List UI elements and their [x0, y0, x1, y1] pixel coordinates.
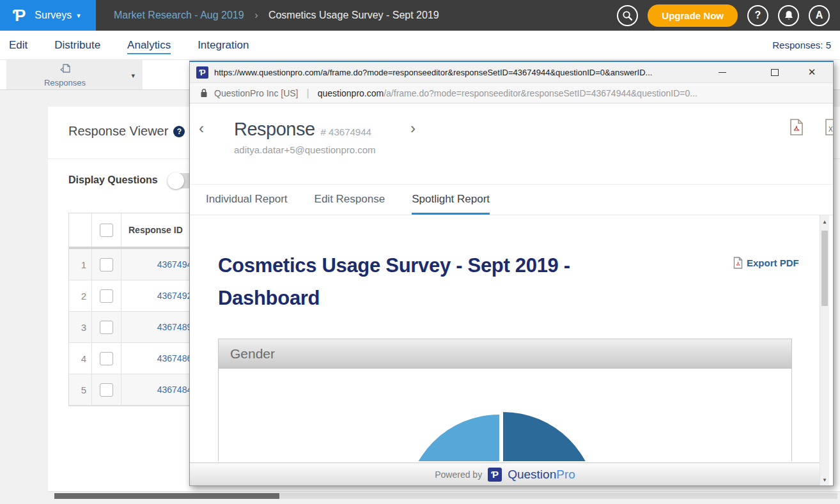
help-button[interactable]: ?: [747, 5, 768, 26]
question-icon: ?: [755, 10, 761, 21]
scroll-down-icon[interactable]: ▼: [820, 475, 829, 485]
svg-text:X: X: [828, 126, 833, 133]
upgrade-now-button[interactable]: Upgrade Now: [648, 4, 738, 27]
tab-spotlight-report[interactable]: Spotlight Report: [412, 185, 490, 215]
certificate-org: QuestionPro Inc [US]: [214, 88, 299, 98]
search-icon: [622, 10, 633, 21]
row-checkbox[interactable]: [100, 321, 113, 334]
responses-count: Responses: 5: [772, 40, 831, 50]
download-doc-icon[interactable]: X: [825, 119, 834, 136]
table-row[interactable]: 4 43674861: [69, 343, 203, 374]
screen: Ƥ Surveys ▾ Market Research - Aug 2019 ›…: [0, 0, 840, 504]
close-icon: ✕: [808, 66, 816, 78]
spotlight-report-content: Cosmetics Usage Survey - Sept 2019 - Das…: [190, 215, 833, 461]
popup-vertical-scrollbar[interactable]: ▲ ▼: [820, 215, 829, 486]
chevron-down-icon: ▾: [77, 11, 81, 20]
popup-tabs: Individual Report Edit Response Spotligh…: [190, 185, 833, 215]
row-checkbox[interactable]: [100, 289, 113, 303]
notifications-button[interactable]: [778, 5, 799, 26]
table-row[interactable]: 5 43674842: [69, 374, 203, 406]
responses-tab-label: Responses: [44, 78, 86, 88]
response-header: ‹ Response # 43674944 › aditya.datar+5@q…: [190, 103, 833, 185]
chevron-down-icon[interactable]: ▾: [131, 72, 135, 80]
export-pdf-icon: [733, 257, 743, 269]
search-button[interactable]: [617, 5, 638, 26]
scroll-up-icon[interactable]: ▲: [820, 217, 829, 227]
tab-edit-response[interactable]: Edit Response: [315, 185, 385, 215]
previous-response-button[interactable]: ‹: [199, 121, 204, 136]
select-all-checkbox[interactable]: [100, 224, 113, 237]
breadcrumb-parent[interactable]: Market Research - Aug 2019: [114, 10, 244, 20]
table-row[interactable]: 2 43674923: [69, 280, 203, 312]
popup-address-bar[interactable]: QuestionPro Inc [US] | questionpro.com/a…: [190, 82, 833, 103]
gender-section-title: Gender: [219, 339, 791, 369]
minimize-button[interactable]: [713, 62, 732, 82]
maximize-icon: [771, 69, 779, 76]
response-id-header[interactable]: Response ID: [128, 225, 183, 235]
viewer-help-icon[interactable]: ?: [173, 126, 185, 137]
responses-doc-icon: [58, 63, 72, 77]
pie-slice-left[interactable]: [406, 415, 499, 461]
favicon-icon: Ƥ: [196, 66, 208, 79]
pie-slice-right[interactable]: [503, 412, 596, 461]
surveys-menu[interactable]: Ƥ Surveys ▾: [0, 0, 96, 31]
brand-pro: Pro: [556, 468, 575, 481]
row-checkbox[interactable]: [100, 258, 113, 271]
table-row[interactable]: 3 43674894: [69, 312, 203, 343]
topbar-actions: Upgrade Now ? A: [617, 4, 840, 27]
questionpro-logo-icon: Ƥ: [488, 468, 502, 482]
minimize-icon: [719, 72, 726, 73]
address-path: /a/frame.do?mode=responseeditor&response…: [384, 88, 697, 98]
display-questions-label: Display Questions: [68, 174, 158, 186]
gender-pie-chart: [219, 369, 791, 461]
response-title: Response: [234, 119, 315, 140]
respondent-email: aditya.datar+5@questionpro.com: [234, 144, 376, 155]
survey-nav: Edit Distribute Analytics Integration Re…: [0, 31, 840, 60]
avatar[interactable]: A: [809, 5, 830, 26]
tab-edit[interactable]: Edit: [9, 39, 27, 52]
responses-tool-tab[interactable]: Responses ▾: [6, 60, 143, 89]
close-button[interactable]: ✕: [802, 62, 821, 82]
tab-integration[interactable]: Integration: [198, 39, 249, 52]
tab-distribute[interactable]: Distribute: [54, 39, 100, 52]
maximize-button[interactable]: [765, 62, 784, 82]
table-header-row: Response ID ⇅: [69, 213, 203, 249]
row-index: 1: [69, 249, 92, 280]
popup-title-bar[interactable]: Ƥ https://www.questionpro.com/a/frame.do…: [190, 62, 833, 82]
table-row[interactable]: 1 43674944: [69, 249, 203, 280]
dashboard-title: Cosmetics Usage Survey - Sept 2019 - Das…: [218, 249, 637, 314]
responses-table: Response ID ⇅ 1 43674944 2 43674923 3 43…: [68, 213, 204, 406]
row-checkbox[interactable]: [100, 352, 113, 365]
toggle-knob: [167, 172, 184, 189]
next-response-button[interactable]: ›: [410, 121, 416, 136]
horizontal-scrollbar[interactable]: [54, 493, 837, 499]
tab-individual-report[interactable]: Individual Report: [206, 185, 288, 215]
powered-by-footer: Powered by Ƥ QuestionPro: [190, 462, 820, 485]
popup-url: https://www.questionpro.com/a/frame.do?m…: [214, 68, 706, 77]
export-pdf-button[interactable]: Export PDF: [733, 257, 799, 269]
bell-icon: [784, 10, 794, 21]
row-index: 2: [69, 280, 92, 311]
gender-chart-panel: Gender: [218, 339, 792, 461]
address-separator: |: [307, 88, 309, 99]
breadcrumb-current: Cosmetics Usage Survey - Sept 2019: [268, 10, 439, 20]
download-pdf-icon[interactable]: [789, 119, 804, 136]
address-domain: questionpro.com: [318, 88, 384, 98]
questionpro-logo-icon: Ƥ: [13, 7, 26, 24]
response-editor-popup-window: Ƥ https://www.questionpro.com/a/frame.do…: [189, 61, 834, 486]
breadcrumb-separator-icon: ›: [254, 10, 258, 20]
top-bar: Ƥ Surveys ▾ Market Research - Aug 2019 ›…: [0, 0, 840, 31]
response-number: # 43674944: [321, 126, 371, 137]
brand-question: Question: [508, 468, 556, 481]
page-title: Response Viewer: [68, 124, 168, 139]
breadcrumb: Market Research - Aug 2019 › Cosmetics U…: [114, 10, 439, 21]
powered-by-label: Powered by: [435, 470, 482, 480]
export-pdf-label: Export PDF: [747, 257, 799, 268]
lock-icon: [200, 88, 208, 98]
vertical-scrollbar-thumb[interactable]: [821, 231, 828, 306]
row-index: 5: [69, 374, 92, 405]
tab-analytics[interactable]: Analytics: [127, 39, 171, 52]
row-checkbox[interactable]: [100, 383, 113, 397]
product-menu-label: Surveys: [35, 10, 72, 21]
horizontal-scrollbar-thumb[interactable]: [54, 493, 279, 499]
